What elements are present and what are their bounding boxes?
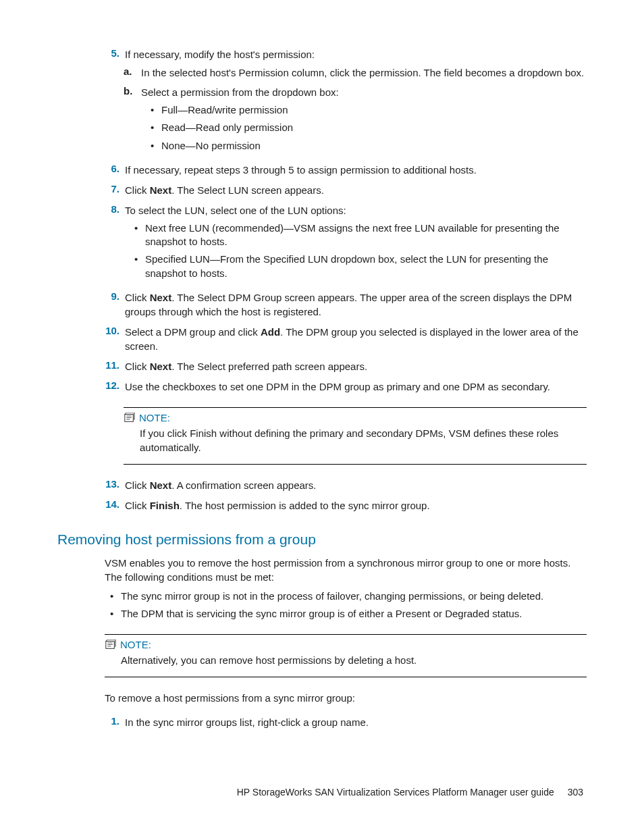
note-header: NOTE: [124, 412, 587, 423]
step-6: 6. If necessary, repeat steps 3 through … [105, 163, 587, 177]
condition-1: The sync mirror group is not in the proc… [121, 590, 587, 603]
step-14: 14. Click Finish. The host permission is… [105, 498, 587, 513]
note-block-2: NOTE: Alternatively, you can remove host… [105, 634, 587, 677]
step-text: Click Finish. The host permission is add… [125, 498, 587, 513]
substep-text: Select a permission from the dropdown bo… [141, 86, 339, 98]
step-5b: b. Select a permission from the dropdown… [124, 85, 587, 157]
note-block-1: NOTE: If you click Finish without defini… [124, 407, 587, 465]
note-icon [124, 413, 135, 423]
step-text: Click Next. The Select LUN screen appear… [125, 183, 587, 197]
ordered-steps: 5. If necessary, modify the host's permi… [105, 47, 587, 394]
step-number: 14. [105, 498, 119, 513]
substep-text: In the selected host's Permission column… [141, 66, 587, 80]
content-body: 5. If necessary, modify the host's permi… [105, 47, 587, 729]
document-page: 5. If necessary, modify the host's permi… [0, 0, 644, 834]
note-icon [105, 640, 116, 650]
step-number: 11. [105, 359, 119, 373]
note-label: NOTE: [120, 639, 151, 650]
step-text-wrap: To select the LUN, select one of the LUN… [125, 203, 587, 284]
step-number: 8. [105, 203, 119, 284]
condition-list: The sync mirror group is not in the proc… [105, 590, 587, 621]
section-intro: VSM enables you to remove the host permi… [105, 556, 587, 584]
option-full: Full—Read/write permission [161, 103, 587, 117]
ordered-steps-continued: 13. Click Next. A confirmation screen ap… [105, 478, 587, 513]
page-footer: HP StorageWorks SAN Virtualization Servi… [237, 787, 583, 798]
section-heading-removing: Removing host permissions from a group [57, 531, 587, 548]
substep-number: a. [124, 66, 136, 80]
note-text: If you click Finish without defining the… [140, 426, 587, 454]
note-header: NOTE: [105, 639, 587, 650]
substeps: a. In the selected host's Permission col… [105, 66, 587, 157]
lun-option-specified: Specified LUN—From the Specified LUN dro… [145, 253, 587, 280]
option-none: None—No permission [161, 139, 587, 153]
step-text: Click Next. The Select preferred path sc… [125, 359, 587, 373]
step-5a: a. In the selected host's Permission col… [124, 66, 587, 80]
substep-number: b. [124, 85, 136, 157]
step-7: 7. Click Next. The Select LUN screen app… [105, 183, 587, 197]
lun-option-next-free: Next free LUN (recommended)—VSM assigns … [145, 221, 587, 249]
step-number: 9. [105, 290, 119, 319]
remove-steps: 1. In the sync mirror groups list, right… [105, 715, 587, 729]
step-number: 1. [105, 715, 119, 729]
condition-2: The DPM that is servicing the sync mirro… [121, 607, 587, 621]
step-number: 12. [105, 380, 119, 394]
step-12: 12. Use the checkboxes to set one DPM in… [105, 380, 587, 394]
permission-options: Full—Read/write permission Read—Read onl… [141, 103, 587, 153]
footer-title: HP StorageWorks SAN Virtualization Servi… [237, 787, 554, 798]
note-text: Alternatively, you can remove host permi… [121, 653, 587, 667]
step-text: Use the checkboxes to set one DPM in the… [125, 380, 587, 394]
step-8: 8. To select the LUN, select one of the … [105, 203, 587, 284]
remove-lead: To remove a host permissions from a sync… [105, 691, 587, 705]
step-text: To select the LUN, select one of the LUN… [125, 205, 346, 216]
note-label: NOTE: [139, 412, 170, 423]
step-number: 7. [105, 183, 119, 197]
step-text: Select a DPM group and click Add. The DP… [125, 325, 587, 353]
lun-options: Next free LUN (recommended)—VSM assigns … [125, 221, 587, 280]
option-read: Read—Read only permission [161, 121, 587, 134]
step-10: 10. Select a DPM group and click Add. Th… [105, 325, 587, 353]
step-11: 11. Click Next. The Select preferred pat… [105, 359, 587, 373]
step-text: In the sync mirror groups list, right-cl… [125, 715, 587, 729]
substep-text-wrap: Select a permission from the dropdown bo… [141, 85, 587, 157]
step-9: 9. Click Next. The Select DPM Group scre… [105, 290, 587, 319]
step-text: Click Next. The Select DPM Group screen … [125, 290, 587, 319]
step-13: 13. Click Next. A confirmation screen ap… [105, 478, 587, 492]
remove-step-1: 1. In the sync mirror groups list, right… [105, 715, 587, 729]
step-text: Click Next. A confirmation screen appear… [125, 478, 587, 492]
step-number: 5. [105, 47, 119, 61]
step-text: If necessary, repeat steps 3 through 5 t… [125, 163, 587, 177]
page-number: 303 [568, 787, 583, 798]
step-5: 5. If necessary, modify the host's permi… [105, 47, 587, 61]
step-number: 6. [105, 163, 119, 177]
step-number: 13. [105, 478, 119, 492]
step-text: If necessary, modify the host's permissi… [125, 47, 587, 61]
step-number: 10. [105, 325, 119, 353]
